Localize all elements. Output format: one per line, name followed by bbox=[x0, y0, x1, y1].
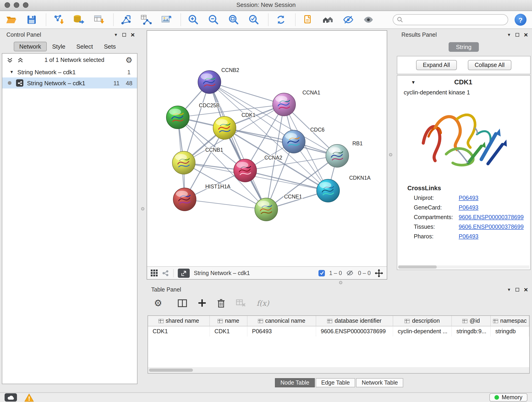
tab-network[interactable]: Network bbox=[14, 42, 46, 51]
close-panel-icon[interactable]: × bbox=[131, 32, 135, 37]
network-node-HIST1H1A[interactable]: HIST1H1A bbox=[173, 184, 231, 211]
open-in-new-window-button[interactable] bbox=[178, 268, 190, 278]
network-collection-row[interactable]: ▼ String Network – cdk1 1 bbox=[2, 66, 137, 77]
column-header[interactable]: database identifier bbox=[316, 316, 393, 326]
table-cell[interactable]: stringdb:9... bbox=[452, 326, 491, 337]
pharos-link[interactable]: P06493 bbox=[459, 233, 478, 240]
delete-column-icon[interactable] bbox=[217, 299, 225, 307]
tissues-link[interactable]: 9606.ENSP00000378699 bbox=[459, 224, 524, 230]
share-network-icon[interactable] bbox=[162, 269, 169, 277]
selected-nodes-checkbox[interactable] bbox=[319, 270, 325, 276]
float-panel-icon[interactable] bbox=[515, 288, 519, 292]
network-edge[interactable] bbox=[209, 82, 284, 104]
column-header[interactable]: canonical name bbox=[247, 316, 316, 326]
options-gear-icon[interactable]: ⚙ bbox=[126, 56, 133, 65]
refresh-layout-button[interactable] bbox=[274, 13, 288, 27]
expand-all-button[interactable]: Expand All bbox=[416, 60, 457, 70]
scrollbar-thumb[interactable] bbox=[398, 265, 437, 269]
import-network-database-button[interactable] bbox=[72, 13, 86, 27]
tab-sets[interactable]: Sets bbox=[98, 42, 121, 51]
hide-selected-button[interactable] bbox=[341, 13, 355, 27]
function-builder-icon[interactable]: f(x) bbox=[257, 299, 269, 307]
tab-select[interactable]: Select bbox=[71, 42, 98, 51]
import-network-file-button[interactable] bbox=[52, 13, 65, 27]
document-button[interactable] bbox=[301, 13, 315, 27]
table-cell[interactable]: CDK1 bbox=[210, 326, 247, 337]
float-panel-icon[interactable] bbox=[515, 33, 519, 37]
column-header[interactable]: name bbox=[210, 316, 247, 326]
expand-all-icon[interactable] bbox=[17, 57, 23, 63]
hidden-items-icon[interactable] bbox=[346, 269, 354, 277]
table-panel-title: Table Panel bbox=[147, 287, 507, 293]
cloud-button[interactable] bbox=[5, 393, 17, 402]
warning-icon[interactable] bbox=[24, 393, 34, 402]
network-node-CCNA1[interactable]: CCNA1 bbox=[273, 89, 320, 116]
network-edge[interactable] bbox=[209, 82, 266, 210]
tab-network-table[interactable]: Network Table bbox=[356, 378, 404, 387]
open-session-button[interactable] bbox=[5, 13, 18, 27]
close-panel-icon[interactable]: × bbox=[524, 287, 528, 292]
float-panel-icon[interactable] bbox=[122, 33, 126, 37]
network-edge[interactable] bbox=[245, 171, 328, 191]
columns-icon[interactable] bbox=[178, 299, 187, 307]
minimize-panel-icon[interactable]: ▼ bbox=[507, 32, 511, 37]
splitter-handle[interactable] bbox=[389, 153, 392, 156]
disclosure-triangle-icon[interactable]: ▼ bbox=[411, 80, 416, 85]
table-cell[interactable]: cyclin-dependent ... bbox=[393, 326, 452, 337]
node-gloss-highlight bbox=[216, 119, 228, 126]
show-graphics-details-button[interactable] bbox=[361, 13, 375, 27]
genecard-link[interactable]: P06493 bbox=[459, 204, 478, 211]
network-node-CDC6[interactable]: CDC6 bbox=[282, 127, 325, 153]
network-node-CDKN1A[interactable]: CDKN1A bbox=[317, 175, 371, 202]
uniprot-link[interactable]: P06493 bbox=[459, 195, 478, 201]
collapse-all-button[interactable]: Collapse All bbox=[468, 60, 512, 70]
new-network-button[interactable] bbox=[119, 13, 133, 27]
collapse-all-icon[interactable] bbox=[7, 57, 13, 63]
column-header[interactable]: shared name bbox=[148, 316, 210, 326]
help-button[interactable]: ? bbox=[515, 14, 526, 26]
first-neighbors-button[interactable] bbox=[321, 13, 335, 27]
string-results-tab[interactable]: String bbox=[449, 42, 479, 52]
network-canvas[interactable]: CCNB2CCNA1CDC25BCDK1CDC6RB1CCNB1CCNA2CDK… bbox=[147, 31, 387, 266]
network-node-CDK1[interactable]: CDK1 bbox=[213, 112, 255, 139]
fit-content-icon[interactable] bbox=[375, 269, 383, 277]
network-edge[interactable] bbox=[185, 199, 266, 210]
disclosure-triangle-icon[interactable]: ▼ bbox=[10, 70, 14, 74]
tab-node-table[interactable]: Node Table bbox=[275, 378, 315, 387]
table-options-gear-icon[interactable]: ⚙ bbox=[154, 298, 162, 308]
minimize-panel-icon[interactable]: ▼ bbox=[114, 32, 118, 37]
network-row[interactable]: String Network – cdk1 11 48 bbox=[2, 77, 137, 89]
zoom-fit-button[interactable] bbox=[227, 13, 241, 27]
minimize-panel-icon[interactable]: ▼ bbox=[507, 287, 511, 292]
zoom-in-button[interactable] bbox=[186, 13, 200, 27]
close-panel-icon[interactable]: × bbox=[524, 32, 528, 37]
column-header[interactable]: namespac bbox=[491, 316, 529, 326]
column-header[interactable]: @id bbox=[452, 316, 491, 326]
export-image-button[interactable] bbox=[159, 13, 173, 27]
table-cell[interactable]: stringdb bbox=[491, 326, 529, 337]
splitter-handle[interactable] bbox=[339, 281, 342, 284]
import-table-button[interactable] bbox=[92, 13, 106, 27]
horizontal-scrollbar[interactable] bbox=[148, 367, 529, 373]
table-cell[interactable]: CDK1 bbox=[148, 326, 210, 337]
clone-network-button[interactable] bbox=[139, 13, 153, 27]
zoom-out-button[interactable] bbox=[207, 13, 220, 27]
compartments-link[interactable]: 9606.ENSP00000378699 bbox=[459, 214, 524, 220]
scrollbar-thumb[interactable] bbox=[149, 369, 193, 372]
memory-button[interactable]: Memory bbox=[489, 393, 527, 402]
splitter-handle[interactable] bbox=[141, 207, 144, 211]
birds-eye-view-icon[interactable] bbox=[151, 269, 158, 276]
horizontal-scrollbar[interactable] bbox=[398, 265, 529, 269]
search-input[interactable] bbox=[403, 16, 504, 23]
tab-edge-table[interactable]: Edge Table bbox=[316, 378, 355, 387]
network-node-RB1[interactable]: RB1 bbox=[326, 140, 363, 167]
column-header[interactable]: description bbox=[393, 316, 452, 326]
tab-style[interactable]: Style bbox=[46, 42, 71, 51]
save-session-button[interactable] bbox=[25, 13, 38, 27]
table-cell[interactable]: P06493 bbox=[247, 326, 316, 337]
network-node-CCNE1[interactable]: CCNE1 bbox=[255, 194, 302, 221]
table-cell[interactable]: 9606.ENSP00000378699 bbox=[316, 326, 393, 337]
zoom-selected-button[interactable] bbox=[247, 13, 261, 27]
add-column-icon[interactable] bbox=[198, 299, 206, 307]
crosslink-row: Tissues: 9606.ENSP00000378699 bbox=[414, 224, 530, 230]
